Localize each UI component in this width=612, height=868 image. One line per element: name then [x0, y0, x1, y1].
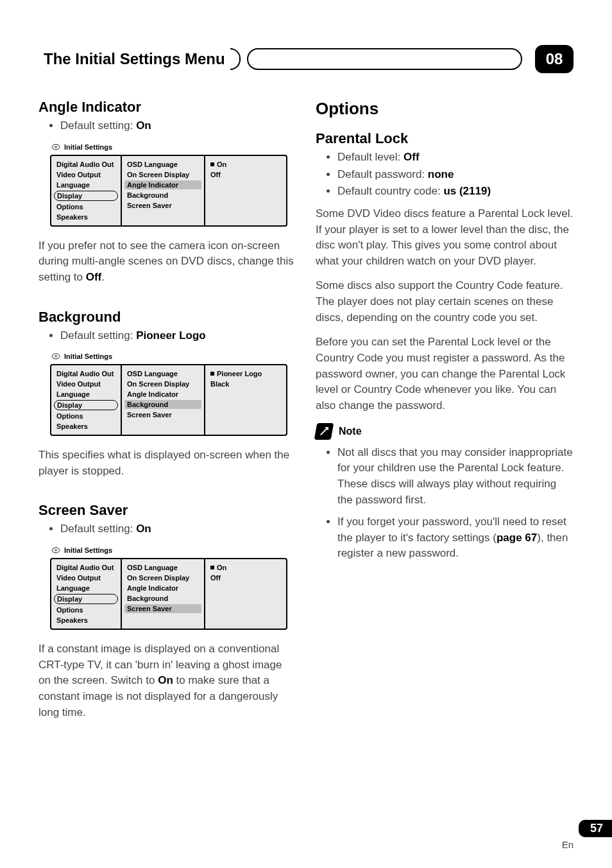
- background-heading: Background: [38, 309, 296, 326]
- parental-p3: Before you can set the Parental Lock lev…: [316, 334, 574, 413]
- submenu-osd-lang[interactable]: OSD Language: [124, 369, 201, 378]
- settings-ui-background: Initial Settings Digital Audio Out Video…: [50, 350, 287, 436]
- page-lang: En: [562, 839, 574, 850]
- settings-ui-angle: Initial Settings Digital Audio Out Video…: [50, 141, 287, 227]
- background-default-bullet: Default setting: Pioneer Logo: [60, 328, 296, 344]
- menu-video-output[interactable]: Video Output: [54, 573, 118, 582]
- opt-off[interactable]: Off: [208, 170, 284, 179]
- parental-level-bullet: Default level: Off: [337, 150, 574, 166]
- opt-on[interactable]: On: [208, 563, 284, 572]
- settings-ui-title: Initial Settings: [50, 350, 287, 364]
- square-icon: [210, 566, 214, 569]
- svg-point-2: [52, 354, 60, 359]
- submenu-screensaver[interactable]: Screen Saver: [124, 604, 201, 613]
- note-2-page-ref: page 67: [497, 532, 537, 544]
- menu-display[interactable]: Display: [54, 400, 118, 410]
- screensaver-default-bullet: Default setting: On: [60, 521, 296, 537]
- angle-default-bullet: Default setting: On: [60, 118, 296, 134]
- menu-speakers[interactable]: Speakers: [54, 213, 118, 221]
- settings-ui-title: Initial Settings: [50, 141, 287, 155]
- menu-options[interactable]: Options: [54, 412, 118, 421]
- menu-digital-audio[interactable]: Digital Audio Out: [54, 563, 118, 572]
- disc-icon: [51, 143, 60, 151]
- parental-password-label: Default password:: [337, 168, 428, 180]
- opt-on[interactable]: On: [208, 160, 284, 169]
- submenu-screensaver[interactable]: Screen Saver: [124, 201, 201, 210]
- angle-para-text: If you prefer not to see the camera icon…: [38, 239, 294, 283]
- submenu-screensaver[interactable]: Screen Saver: [124, 410, 201, 419]
- background-default-label: Default setting:: [60, 329, 136, 342]
- page-header: The Initial Settings Menu 08: [38, 45, 574, 73]
- menu-speakers[interactable]: Speakers: [54, 616, 118, 625]
- right-column: Options Parental Lock Default level: Off…: [316, 99, 574, 729]
- menu-language[interactable]: Language: [54, 584, 118, 593]
- angle-paragraph: If you prefer not to see the camera icon…: [38, 238, 296, 286]
- submenu-osd-lang[interactable]: OSD Language: [124, 563, 201, 572]
- angle-para-end: .: [101, 271, 105, 283]
- menu-display[interactable]: Display: [54, 191, 118, 201]
- menu-speakers[interactable]: Speakers: [54, 422, 118, 431]
- note-header: Note: [316, 423, 574, 440]
- parental-password-bullet: Default password: none: [337, 167, 574, 183]
- submenu-osd-lang[interactable]: OSD Language: [124, 160, 201, 169]
- opt-off-label: Off: [210, 171, 221, 178]
- submenu-osd[interactable]: On Screen Display: [124, 170, 201, 179]
- menu-options[interactable]: Options: [54, 202, 118, 211]
- angle-para-off: Off: [86, 271, 102, 283]
- opt-pioneer-logo-label: Pioneer Logo: [217, 370, 262, 378]
- parental-level-label: Default level:: [337, 151, 404, 163]
- menu-language[interactable]: Language: [54, 390, 118, 399]
- disc-icon: [51, 352, 60, 360]
- header-title: The Initial Settings Menu: [38, 50, 230, 68]
- settings-ui-title: Initial Settings: [50, 544, 287, 558]
- parental-p2: Some discs also support the Country Code…: [316, 278, 574, 326]
- page-number-badge: 57: [579, 820, 612, 837]
- background-paragraph: This specifies what is displayed on-scre…: [38, 447, 296, 479]
- svg-point-4: [52, 548, 60, 553]
- menu-options[interactable]: Options: [54, 605, 118, 614]
- settings-ui-title-text: Initial Settings: [64, 352, 112, 360]
- chapter-badge: 08: [535, 45, 574, 73]
- opt-on-label: On: [217, 564, 226, 571]
- parental-p1: Some DVD Video discs feature a Parental …: [316, 206, 574, 270]
- left-column: Angle Indicator Default setting: On Init…: [38, 99, 296, 729]
- submenu-osd[interactable]: On Screen Display: [124, 573, 201, 582]
- parental-country-bullet: Default country code: us (2119): [337, 184, 574, 200]
- square-icon: [210, 372, 214, 376]
- screensaver-para-on: On: [158, 674, 173, 686]
- opt-black[interactable]: Black: [208, 379, 284, 388]
- submenu-angle[interactable]: Angle Indicator: [124, 180, 201, 189]
- opt-black-label: Black: [210, 380, 229, 388]
- menu-digital-audio[interactable]: Digital Audio Out: [54, 369, 118, 378]
- note-label: Note: [339, 426, 362, 437]
- menu-display[interactable]: Display: [54, 594, 118, 604]
- parental-lock-heading: Parental Lock: [316, 130, 574, 147]
- submenu-osd[interactable]: On Screen Display: [124, 379, 201, 388]
- header-left-capsule: The Initial Settings Menu: [38, 48, 241, 70]
- submenu-angle[interactable]: Angle Indicator: [124, 390, 201, 399]
- angle-indicator-heading: Angle Indicator: [38, 99, 296, 116]
- disc-icon: [51, 546, 60, 554]
- note-1: Not all discs that you may consider inap…: [337, 445, 574, 508]
- menu-video-output[interactable]: Video Output: [54, 170, 118, 179]
- settings-ui-screensaver: Initial Settings Digital Audio Out Video…: [50, 544, 287, 630]
- opt-off-label: Off: [210, 574, 221, 582]
- svg-point-0: [52, 144, 60, 150]
- settings-ui-title-text: Initial Settings: [64, 546, 112, 554]
- parental-level-value: Off: [404, 151, 420, 163]
- submenu-angle[interactable]: Angle Indicator: [124, 584, 201, 593]
- menu-video-output[interactable]: Video Output: [54, 379, 118, 388]
- svg-point-1: [55, 146, 57, 147]
- square-icon: [210, 162, 214, 166]
- submenu-background[interactable]: Background: [124, 191, 201, 200]
- menu-digital-audio[interactable]: Digital Audio Out: [54, 160, 118, 169]
- opt-off[interactable]: Off: [208, 573, 284, 582]
- submenu-background[interactable]: Background: [124, 400, 201, 409]
- settings-ui-title-text: Initial Settings: [64, 143, 112, 151]
- menu-language[interactable]: Language: [54, 180, 118, 189]
- opt-pioneer-logo[interactable]: Pioneer Logo: [208, 369, 284, 378]
- header-rule: [247, 48, 522, 70]
- submenu-background[interactable]: Background: [124, 594, 201, 603]
- screensaver-paragraph: If a constant image is displayed on a co…: [38, 641, 296, 720]
- opt-on-label: On: [217, 161, 226, 168]
